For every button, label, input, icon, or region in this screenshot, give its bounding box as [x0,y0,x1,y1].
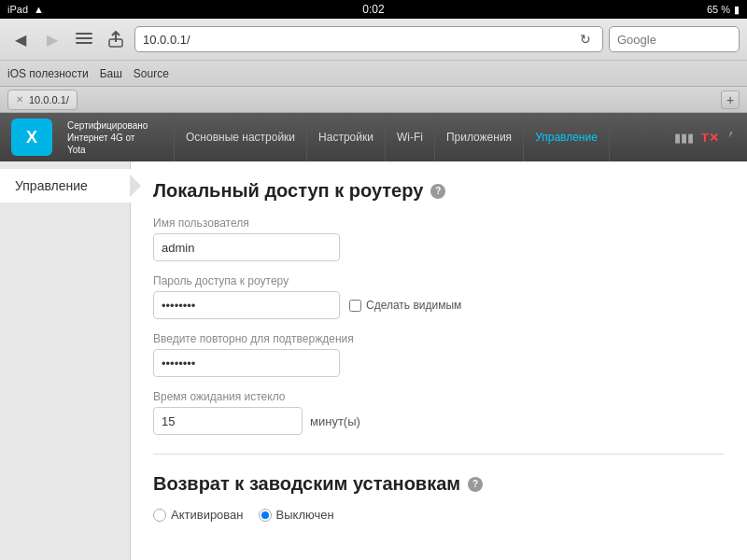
cert-line2: Интернет 4G от Yota [67,133,134,155]
section1-help-icon[interactable]: ? [430,184,445,199]
nav-osnovy[interactable]: Основные настройки [174,113,307,161]
show-password-label[interactable]: Сделать видимым [349,299,461,312]
radio-enabled-label[interactable]: Активирован [153,508,244,522]
bookmark-source[interactable]: Source [134,67,169,80]
radio-disabled-text: Выключен [276,508,334,522]
sidebar-item-upravlenie[interactable]: Управление [0,169,130,203]
new-tab-button[interactable]: + [721,91,740,109]
section1-title: Локальный доступ к роутеру ? [153,180,725,202]
password-input[interactable] [153,291,340,319]
password-group: Пароль доступа к роутеру Сделать видимым [153,274,725,319]
section2-title-text: Возврат к заводским установкам [153,473,460,495]
search-input[interactable] [609,26,740,52]
browser-toolbar: ◀ ▶ 10.0.0.1/ ↻ [0,19,747,60]
router-nav: Основные настройки Настройки Wi-Fi Прило… [174,113,610,161]
radio-row: Активирован Выключен [153,508,725,522]
sidebar-item-label: Управление [15,178,88,193]
router-header: X Сертифицировано Интернет 4G от Yota Ос… [0,113,747,161]
status-bar: iPad ▲ 0:02 65 % ▮ [0,0,747,19]
browser-chrome: ◀ ▶ 10.0.0.1/ ↻ iOS полезности Баш Sourc… [0,19,747,87]
battery-bars-icon: ▮▮▮ [674,131,694,145]
share-button[interactable] [103,26,129,52]
timeout-label: Время ожидания истекло [153,390,725,403]
wifi-icon: ▲ [34,4,44,15]
back-button[interactable]: ◀ [7,26,34,52]
bookmark-bash[interactable]: Баш [100,67,122,80]
share-icon [108,31,123,48]
status-bar-time: 0:02 [362,3,384,16]
address-text: 10.0.0.1/ [143,33,190,47]
svg-rect-0 [76,33,92,35]
address-bar[interactable]: 10.0.0.1/ ↻ [134,26,603,52]
battery-label: 65 % [707,4,730,15]
refresh-button[interactable]: ↻ [576,32,595,47]
section2-help-icon[interactable]: ? [468,477,483,492]
sidebar-arrow [130,175,141,197]
sidebar: Управление [0,161,131,560]
bookmarks-bar: iOS полезности Баш Source [0,60,747,86]
show-password-checkbox[interactable] [349,300,361,312]
timeout-row: минут(ы) [153,407,725,435]
timeout-input[interactable] [153,407,303,435]
router-header-icons: ▮▮▮ T✕ ⎖ [674,129,736,146]
radio-disabled-inner [261,511,269,519]
exit-icon[interactable]: ⎖ [726,129,736,146]
page-content: Локальный доступ к роутеру ? Имя пользов… [131,161,747,560]
bookmark-ios[interactable]: iOS полезности [7,67,89,80]
username-group: Имя пользователя [153,217,725,261]
carrier-label: iPad [7,4,28,15]
yota-cert-text: Сертифицировано Интернет 4G от Yota [67,119,151,156]
yota-logo: X [11,119,52,156]
main-content: X Сертифицировано Интернет 4G от Yota Ос… [0,113,747,560]
password-label: Пароль доступа к роутеру [153,274,725,287]
svg-rect-2 [76,42,92,44]
radio-enabled-button[interactable] [153,509,166,522]
username-label: Имя пользователя [153,217,725,230]
radio-disabled-label[interactable]: Выключен [259,508,334,522]
nav-wifi[interactable]: Wi-Fi [386,113,435,161]
tab-close-button[interactable]: ✕ [16,94,23,105]
bookmarks-icon [76,33,92,46]
browser-tab[interactable]: ✕ 10.0.0.1/ [7,90,78,110]
confirm-group: Введите повторно для подтверждения [153,332,725,377]
status-bar-right: 65 % ▮ [707,4,740,16]
section-divider [153,454,725,455]
router-ui: X Сертифицировано Интернет 4G от Yota Ос… [0,113,747,560]
nav-nastroyki[interactable]: Настройки [307,113,386,161]
nav-upravlenie[interactable]: Управление [524,113,610,161]
password-row: Сделать видимым [153,291,725,319]
tx-icon: T✕ [701,131,719,145]
forward-button[interactable]: ▶ [39,26,65,52]
nav-prilojeniya[interactable]: Приложения [435,113,524,161]
username-input[interactable] [153,233,340,261]
confirm-input[interactable] [153,349,340,377]
battery-icon: ▮ [734,4,740,16]
bookmarks-button[interactable] [71,26,97,52]
cert-line1: Сертифицировано [67,120,148,131]
timeout-unit: минут(ы) [310,414,360,428]
radio-enabled-text: Активирован [171,508,244,522]
section2-title: Возврат к заводским установкам ? [153,473,725,495]
svg-rect-1 [76,37,92,39]
status-bar-left: iPad ▲ [7,4,44,15]
content-area: Управление Локальный доступ к роутеру ? … [0,161,747,560]
tab-title: 10.0.0.1/ [29,94,69,105]
timeout-group: Время ожидания истекло минут(ы) [153,390,725,435]
show-password-text: Сделать видимым [366,299,461,312]
tab-bar: ✕ 10.0.0.1/ + [0,87,747,113]
section1-title-text: Локальный доступ к роутеру [153,180,423,202]
confirm-label: Введите повторно для подтверждения [153,332,725,345]
radio-disabled-button[interactable] [259,509,272,522]
